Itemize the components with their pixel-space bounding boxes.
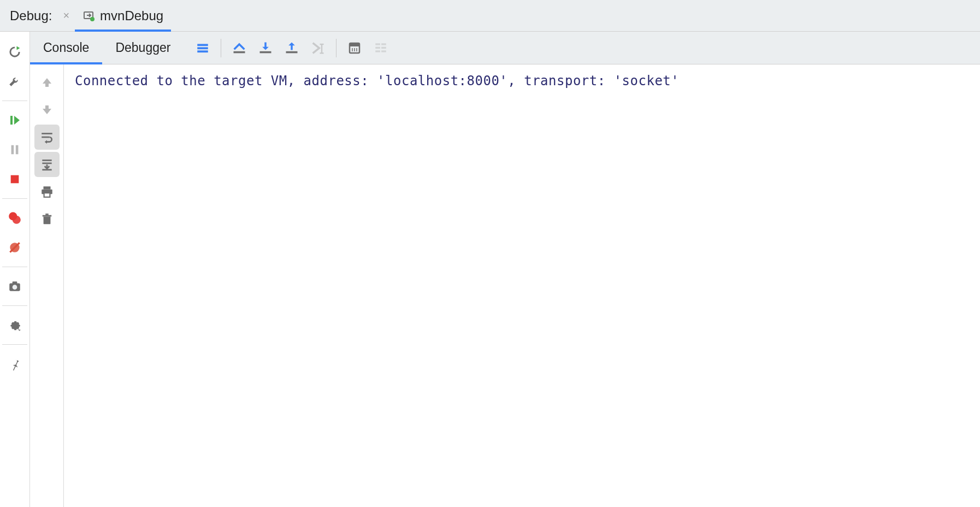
svg-rect-13 bbox=[198, 44, 209, 46]
svg-rect-44 bbox=[42, 215, 51, 217]
pin-button[interactable] bbox=[3, 352, 27, 376]
run-to-cursor-button bbox=[305, 36, 330, 61]
svg-rect-2 bbox=[10, 116, 13, 125]
svg-point-7 bbox=[13, 216, 21, 224]
tab-label: Debugger bbox=[115, 40, 170, 55]
step-over-button[interactable] bbox=[227, 36, 252, 61]
debug-panel-header: Debug: × mvnDebug bbox=[0, 0, 980, 32]
resume-button[interactable] bbox=[3, 108, 27, 132]
step-over-icon bbox=[232, 40, 247, 56]
run-config-icon bbox=[82, 9, 96, 22]
up-arrow-icon bbox=[40, 76, 54, 89]
panel-title: Debug: bbox=[4, 8, 57, 23]
separator bbox=[2, 267, 27, 267]
svg-rect-16 bbox=[234, 51, 245, 53]
console-output[interactable]: Connected to the target VM, address: 'lo… bbox=[64, 64, 980, 507]
close-icon[interactable]: × bbox=[57, 9, 75, 22]
scroll-up-button[interactable] bbox=[34, 70, 60, 95]
soft-wrap-icon bbox=[40, 130, 54, 144]
step-out-button[interactable] bbox=[279, 36, 304, 61]
debug-toolbar bbox=[184, 32, 393, 64]
step-into-button[interactable] bbox=[253, 36, 278, 61]
run-to-cursor-icon bbox=[310, 40, 326, 56]
pause-icon bbox=[9, 144, 21, 156]
scroll-down-button[interactable] bbox=[34, 97, 60, 122]
separator bbox=[2, 344, 27, 345]
separator bbox=[336, 39, 336, 57]
svg-point-1 bbox=[90, 17, 95, 21]
rerun-button[interactable] bbox=[3, 40, 27, 64]
down-arrow-icon bbox=[40, 103, 54, 116]
pause-button[interactable] bbox=[3, 138, 27, 162]
svg-rect-20 bbox=[286, 51, 298, 53]
settings-button[interactable] bbox=[3, 313, 27, 337]
camera-icon bbox=[8, 279, 22, 293]
trace-button bbox=[368, 36, 393, 61]
svg-rect-31 bbox=[376, 46, 381, 48]
svg-rect-15 bbox=[198, 50, 209, 52]
view-breakpoints-button[interactable] bbox=[3, 206, 27, 230]
svg-rect-11 bbox=[13, 281, 17, 284]
clear-all-button[interactable] bbox=[34, 207, 60, 232]
svg-rect-3 bbox=[11, 145, 14, 155]
mute-breakpoints-button[interactable] bbox=[3, 235, 27, 260]
svg-rect-42 bbox=[44, 193, 50, 197]
svg-rect-34 bbox=[382, 50, 387, 52]
tab-label: Console bbox=[43, 40, 89, 55]
gear-icon bbox=[8, 318, 22, 332]
svg-rect-32 bbox=[382, 46, 387, 48]
step-into-icon bbox=[258, 40, 273, 56]
thread-dump-button[interactable] bbox=[3, 274, 27, 298]
trash-icon bbox=[41, 212, 53, 226]
separator bbox=[2, 101, 27, 101]
tab-debugger[interactable]: Debugger bbox=[102, 32, 184, 64]
evaluate-icon bbox=[348, 42, 361, 55]
run-config-name: mvnDebug bbox=[100, 8, 163, 23]
debug-left-rail bbox=[0, 32, 30, 507]
svg-rect-5 bbox=[11, 175, 19, 184]
console-toolbar bbox=[30, 64, 64, 507]
breakpoints-icon bbox=[8, 211, 22, 225]
threads-icon bbox=[196, 41, 210, 55]
separator bbox=[221, 39, 221, 57]
svg-rect-14 bbox=[198, 47, 209, 49]
svg-rect-40 bbox=[43, 186, 50, 189]
svg-rect-18 bbox=[260, 51, 271, 53]
show-threads-button[interactable] bbox=[190, 36, 215, 61]
svg-rect-29 bbox=[376, 43, 381, 45]
soft-wrap-button[interactable] bbox=[34, 125, 60, 150]
tab-console[interactable]: Console bbox=[30, 32, 102, 64]
stop-icon bbox=[9, 173, 21, 185]
svg-rect-4 bbox=[16, 145, 19, 155]
print-button[interactable] bbox=[34, 179, 60, 204]
step-out-icon bbox=[284, 40, 299, 56]
wrench-icon bbox=[8, 74, 22, 89]
console-line: Connected to the target VM, address: 'lo… bbox=[75, 73, 679, 89]
modify-run-config-button[interactable] bbox=[3, 69, 27, 93]
mute-breakpoints-icon bbox=[8, 240, 22, 255]
svg-rect-33 bbox=[376, 50, 381, 52]
resume-icon bbox=[8, 114, 21, 127]
debug-tabbar: Console Debugger bbox=[30, 32, 980, 64]
run-config-tab[interactable]: mvnDebug bbox=[75, 0, 171, 31]
scroll-to-end-icon bbox=[40, 157, 54, 172]
separator bbox=[2, 198, 27, 199]
stop-button[interactable] bbox=[3, 167, 27, 191]
svg-rect-30 bbox=[382, 43, 387, 45]
scroll-to-end-button[interactable] bbox=[34, 152, 60, 177]
rerun-icon bbox=[7, 44, 22, 60]
evaluate-expression-button[interactable] bbox=[342, 36, 367, 61]
separator bbox=[2, 305, 27, 306]
svg-rect-45 bbox=[45, 214, 49, 215]
svg-rect-43 bbox=[43, 216, 50, 224]
print-icon bbox=[40, 185, 54, 199]
svg-point-12 bbox=[13, 285, 17, 290]
svg-rect-25 bbox=[350, 43, 359, 46]
pin-icon bbox=[8, 357, 21, 370]
trace-icon bbox=[374, 41, 388, 55]
